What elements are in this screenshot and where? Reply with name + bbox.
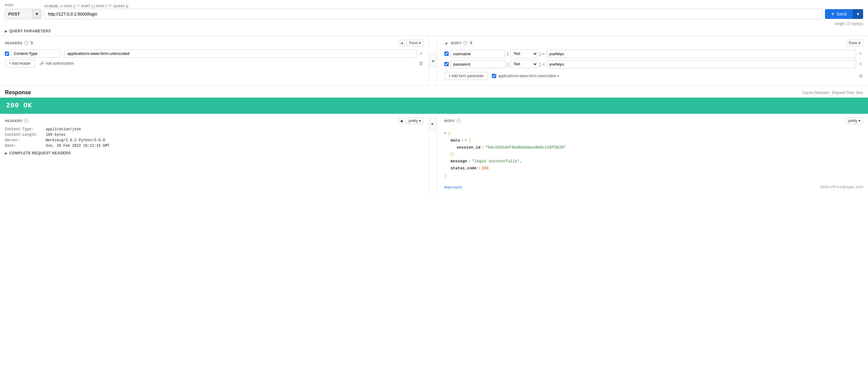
response-json-body: ▼ { data : ▼ { session_id : "5dc4265ddf3… <box>444 127 863 182</box>
encoding-label: application/x-www-form-urlencoded <box>498 74 555 78</box>
complete-request-headers-toggle[interactable]: ▶ COMPLETE REQUEST HEADERS <box>5 151 424 155</box>
json-status-code-key: status_code <box>451 165 477 172</box>
json-message-value: "login successfully", <box>472 158 522 165</box>
body-collapse-left-button[interactable]: ▶ <box>445 41 448 45</box>
body-panel: ▶ BODY ? ⇅ Form ▾ [ Text File ] <box>437 36 868 85</box>
resp-header-content-length: Content-Length: 108 bytes <box>5 133 424 137</box>
encoding-checkbox[interactable] <box>492 74 496 78</box>
body-username-value[interactable] <box>547 50 856 58</box>
response-headers-collapse-button[interactable]: ◀ <box>399 118 404 124</box>
body-equals-2: = <box>542 62 545 66</box>
json-status-code-colon: : <box>478 165 480 172</box>
json-data-key-line: data : ▼ { <box>444 137 863 144</box>
headers-info-icon[interactable]: ? <box>24 41 28 45</box>
headers-sort-icon[interactable]: ⇅ <box>30 41 34 45</box>
bottom-info: JSON UTF-8 108 bytes 1024 <box>820 185 863 189</box>
resp-panel-collapse-button[interactable]: ▶ <box>430 117 436 130</box>
add-form-param-button[interactable]: + Add form parameter <box>444 72 488 80</box>
header-checkbox[interactable] <box>5 52 9 56</box>
body-password-key[interactable] <box>451 60 505 68</box>
json-collapse-data[interactable]: ▼ <box>465 138 467 143</box>
query-params-arrow-icon: ▶ <box>5 30 8 33</box>
body-username-checkbox[interactable] <box>444 52 448 56</box>
body-username-type[interactable]: Text File <box>510 50 538 58</box>
header-remove-button[interactable]: × <box>418 51 424 56</box>
response-headers-pretty-label: pretty <box>409 119 418 123</box>
lines-nums-link[interactable]: lines nums <box>444 185 462 189</box>
length-info: length: 27 byte(s) <box>5 22 863 26</box>
json-root-arrow: ▼ { <box>444 130 863 137</box>
response-headers-list: Content-Type: application/json Content-L… <box>5 127 424 148</box>
url-input[interactable] <box>44 9 823 19</box>
resp-header-val-content-length: 108 bytes <box>46 133 66 137</box>
send-dropdown-button[interactable]: ▼ <box>853 9 863 19</box>
json-session-id-colon: : <box>482 145 484 151</box>
resp-header-server: Server: Werkzeug/2.0.2 Python/3.8.0 <box>5 138 424 143</box>
body-sort-icon[interactable]: ⇅ <box>469 41 473 45</box>
resp-header-key-content-type: Content-Type: <box>5 127 44 131</box>
json-status-code-line: status_code : 200 <box>444 165 863 172</box>
json-data-close-line: }, <box>444 151 863 158</box>
response-body-info-icon[interactable]: ? <box>457 119 461 123</box>
json-message-colon: : <box>468 158 471 165</box>
method-dropdown-button[interactable]: ▼ <box>32 9 41 19</box>
headers-panel: HEADERS ? ⇅ ◀ Form ▾ : × + Add header <box>0 36 429 85</box>
add-auth-label: Add authorization <box>45 61 74 66</box>
json-message-key: message <box>451 158 467 165</box>
json-message-line: message : "login successfully", <box>444 158 863 165</box>
json-status-code-value: 200 <box>482 165 489 172</box>
json-session-id-value: "5dc4265ddf3bd8a6dbea9b0c120f5826" <box>485 145 566 151</box>
response-body-panel: BODY ? pretty ▾ ▼ { data : ▼ { <box>437 114 868 193</box>
json-collapse-root[interactable]: ▼ <box>444 131 446 136</box>
header-value-input[interactable] <box>65 50 416 58</box>
body-password-checkbox[interactable] <box>444 62 448 66</box>
response-body-pretty-dropdown[interactable]: pretty ▾ <box>845 117 863 124</box>
headers-form-dropdown-arrow: ▾ <box>419 41 421 45</box>
headers-collapse-button[interactable]: ◀ <box>399 40 405 46</box>
encoding-dropdown-arrow: ▾ <box>557 74 559 78</box>
headers-title: HEADERS <box>5 41 22 45</box>
body-username-key[interactable] <box>451 50 505 58</box>
query-params-toggle[interactable]: ▶ QUERY PARAMETERS <box>5 29 863 33</box>
body-trash-icon[interactable]: 🗑 <box>859 73 863 79</box>
body-title: BODY <box>451 41 461 45</box>
body-equals-1: = <box>542 52 545 56</box>
body-bracket-open-2: [ <box>507 62 508 66</box>
body-username-remove[interactable]: × <box>858 51 863 56</box>
panel-collapse-left-button[interactable]: ◀ <box>430 55 436 67</box>
headers-trash-icon[interactable]: 🗑 <box>419 61 424 66</box>
send-button[interactable]: ✈ Send <box>825 9 853 19</box>
header-key-input[interactable] <box>11 50 60 58</box>
json-root-close-line: } <box>444 172 863 179</box>
auth-icon: 🔗 <box>40 61 44 66</box>
response-body-pretty-label: pretty <box>848 119 857 123</box>
body-bracket-open-1: [ <box>507 52 508 56</box>
response-title: Response <box>5 89 31 96</box>
header-row: : × <box>5 50 424 58</box>
json-data-open-brace: { <box>468 138 471 144</box>
json-data-colon: : <box>461 138 464 144</box>
resp-header-key-date: Date: <box>5 144 44 148</box>
response-headers-pretty-dropdown[interactable]: pretty ▾ <box>406 117 424 124</box>
add-auth-button[interactable]: 🔗 Add authorization <box>40 61 74 66</box>
method-select[interactable]: POST GET PUT DELETE PATCH <box>5 9 32 19</box>
send-label: Send <box>837 11 847 17</box>
send-arrow-icon: ✈ <box>831 11 835 17</box>
response-body-title: BODY <box>444 119 455 123</box>
method-label: POST <box>5 4 44 7</box>
body-password-value[interactable] <box>547 60 856 68</box>
complete-req-label: COMPLETE REQUEST HEADERS <box>9 151 71 155</box>
headers-form-dropdown[interactable]: Form ▾ <box>407 40 424 47</box>
body-password-type[interactable]: Text File <box>510 60 538 68</box>
json-close-brace: } <box>444 172 447 179</box>
cache-info: Cache Detected - Elapsed Time: 9ms <box>802 91 863 95</box>
body-password-remove[interactable]: × <box>858 62 863 66</box>
body-info-icon[interactable]: ? <box>463 41 468 45</box>
scheme-label: SCHEME :// HOST [ ":" PORT ] [ PATH [ "?… <box>44 5 128 8</box>
query-params-label: QUERY PARAMETERS <box>9 29 51 33</box>
response-headers-info-icon[interactable]: ? <box>24 119 28 123</box>
body-bracket-close-2: ] <box>539 62 541 66</box>
body-form-label: Form <box>849 41 857 45</box>
body-form-dropdown[interactable]: Form ▾ <box>846 40 863 47</box>
add-header-button[interactable]: + Add header <box>5 59 35 67</box>
